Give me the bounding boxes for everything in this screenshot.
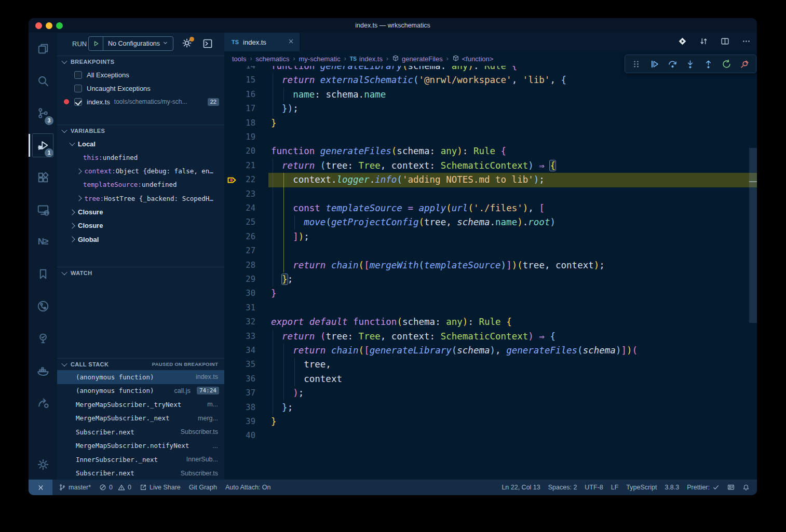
breadcrumb-item[interactable]: generateFiles [392, 54, 443, 63]
explorer-icon[interactable] [29, 33, 57, 65]
variables-scope-row[interactable]: Closure [57, 206, 224, 219]
line-number[interactable]: 30 [224, 287, 255, 301]
breadcrumb-item[interactable]: my-schematic [299, 55, 341, 63]
split-editor-icon[interactable] [721, 37, 729, 48]
step-into-button[interactable] [683, 57, 698, 71]
status-git-branch[interactable]: master* [59, 484, 91, 491]
code-line-39[interactable]: 39} [224, 415, 757, 429]
line-number[interactable]: 18 [224, 116, 255, 130]
breakpoint-checkbox[interactable] [74, 71, 82, 79]
drag-handle-icon[interactable] [629, 57, 643, 71]
code-line-20[interactable]: 20function generateFiles(schema: any): R… [224, 144, 757, 158]
line-number[interactable]: 21 [224, 159, 255, 173]
call-stack-frame[interactable]: (anonymous function)index.ts [57, 370, 224, 384]
code-line-29[interactable]: 29 }; [224, 272, 757, 287]
code-line-40[interactable]: 40 [224, 429, 757, 443]
status-errors[interactable]: 0 [99, 484, 113, 491]
breadcrumb-item[interactable]: tools [232, 55, 246, 63]
code-line-38[interactable]: 38 }; [224, 401, 757, 415]
line-number[interactable]: 14 [224, 66, 255, 73]
line-number[interactable]: 25 [224, 215, 255, 229]
breadcrumb-item[interactable]: TSindex.ts [350, 55, 383, 63]
code-line-31[interactable]: 31 [224, 301, 757, 315]
status-encoding[interactable]: UTF-8 [585, 484, 603, 491]
line-number[interactable]: 19 [224, 130, 255, 144]
breakpoint-checkbox[interactable] [74, 98, 82, 106]
call-stack-frame[interactable]: (anonymous function)call.js74:24 [57, 384, 224, 398]
code-line-18[interactable]: 18} [224, 116, 757, 130]
status-ts-version[interactable]: 3.8.3 [665, 484, 679, 491]
section-watch[interactable]: WATCH [57, 267, 224, 278]
line-number[interactable]: 27 [224, 244, 255, 258]
compare-changes-icon[interactable] [699, 37, 708, 48]
breadcrumb-item[interactable]: schematics [255, 55, 289, 63]
breakpoint-row[interactable]: All Exceptions [57, 68, 224, 81]
code-line-23[interactable]: 23 [224, 187, 757, 201]
line-number[interactable]: 33 [224, 330, 255, 344]
section-call-stack[interactable]: CALL STACK PAUSED ON BREAKPOINT [57, 358, 224, 370]
breakpoint-row[interactable]: Uncaught Exceptions [57, 81, 224, 95]
more-actions-icon[interactable] [742, 37, 751, 48]
test-explorer-icon[interactable] [29, 322, 57, 354]
step-over-button[interactable] [665, 57, 680, 71]
call-stack-frame[interactable]: Subscriber.nextSubscriber.ts [57, 425, 224, 439]
line-number[interactable]: 38 [224, 401, 255, 415]
remote-explorer-icon[interactable] [29, 194, 57, 226]
status-language[interactable]: TypeScript [626, 484, 657, 491]
remote-indicator-icon[interactable] [29, 480, 52, 495]
line-number[interactable]: 23 [224, 187, 255, 201]
section-variables[interactable]: VARIABLES [57, 125, 224, 136]
continue-button[interactable] [647, 57, 661, 71]
run-and-debug-icon[interactable]: 1 [29, 129, 57, 161]
section-breakpoints[interactable]: BREAKPOINTS [57, 56, 224, 67]
call-stack-frame[interactable]: MergeMapSubscriber.notifyNext... [57, 439, 224, 453]
variable-row[interactable]: templateSource: undefined [57, 178, 224, 192]
nx-console-icon[interactable]: N≥ [29, 226, 57, 258]
line-number[interactable]: 16 [224, 88, 255, 102]
code-line-22[interactable]: 22 context.logger.info('adding NOTES.md … [224, 173, 757, 187]
code-line-25[interactable]: 25 move(getProjectConfig(tree, schema.na… [224, 215, 757, 229]
variable-row[interactable]: context: Object {debug: false, en… [57, 165, 224, 178]
breakpoint-row[interactable]: index.tstools/schematics/my-sch...22 [57, 95, 224, 108]
variables-scope-row[interactable]: Local [57, 137, 224, 151]
code-line-24[interactable]: 24 const templateSource = apply(url('./f… [224, 201, 757, 215]
line-number[interactable]: 40 [224, 429, 255, 443]
status-auto-attach[interactable]: Auto Attach: On [225, 484, 271, 491]
code-line-36[interactable]: 36 context [224, 372, 757, 386]
extensions-icon[interactable] [29, 161, 57, 194]
restart-button[interactable] [720, 57, 734, 71]
code-line-27[interactable]: 27 [224, 244, 757, 258]
line-number[interactable]: 34 [224, 344, 255, 358]
line-number[interactable]: 37 [224, 386, 255, 400]
code-line-30[interactable]: 30} [224, 287, 757, 301]
line-number[interactable]: 22 [224, 173, 255, 187]
variable-row[interactable]: tree: HostTree {_backend: ScopedH… [57, 192, 224, 205]
code-line-21[interactable]: 21 return (tree: Tree, context: Schemati… [224, 159, 757, 173]
settings-gear-icon[interactable] [29, 449, 57, 480]
status-git-graph[interactable]: Git Graph [189, 484, 217, 491]
call-stack-frame[interactable]: InnerSubscriber._nextInnerSub... [57, 453, 224, 467]
line-number[interactable]: 35 [224, 358, 255, 372]
breakpoint-checkbox[interactable] [74, 85, 82, 92]
status-eol[interactable]: LF [611, 484, 619, 491]
code-line-17[interactable]: 17 }); [224, 102, 757, 116]
call-stack-frame[interactable]: MergeMapSubscriber._tryNextm... [57, 398, 224, 412]
breadcrumb-item[interactable]: <function> [452, 54, 494, 63]
start-debug-icon[interactable] [89, 37, 103, 50]
call-stack-frame[interactable]: MergeMapSubscriber._nextmerg... [57, 412, 224, 426]
launch-configuration-dropdown[interactable]: No Configurations [88, 36, 173, 51]
status-feedback[interactable] [727, 484, 735, 491]
status-prettier[interactable]: Prettier: [687, 484, 720, 491]
status-notifications[interactable] [742, 484, 750, 491]
variables-scope-row[interactable]: Global [57, 233, 224, 246]
open-changes-icon[interactable] [678, 37, 687, 48]
code-line-32[interactable]: 32export default function(schema: any): … [224, 315, 757, 329]
status-warnings[interactable]: 0 [118, 484, 131, 491]
editor-scrollbar[interactable] [749, 148, 757, 323]
status-cursor-position[interactable]: Ln 22, Col 13 [502, 484, 540, 491]
line-number[interactable]: 39 [224, 415, 255, 429]
code-line-28[interactable]: 28 return chain([mergeWith(templateSourc… [224, 258, 757, 272]
line-number[interactable]: 26 [224, 230, 255, 244]
code-line-16[interactable]: 16 name: schema.name [224, 88, 757, 102]
line-number[interactable]: 31 [224, 301, 255, 315]
